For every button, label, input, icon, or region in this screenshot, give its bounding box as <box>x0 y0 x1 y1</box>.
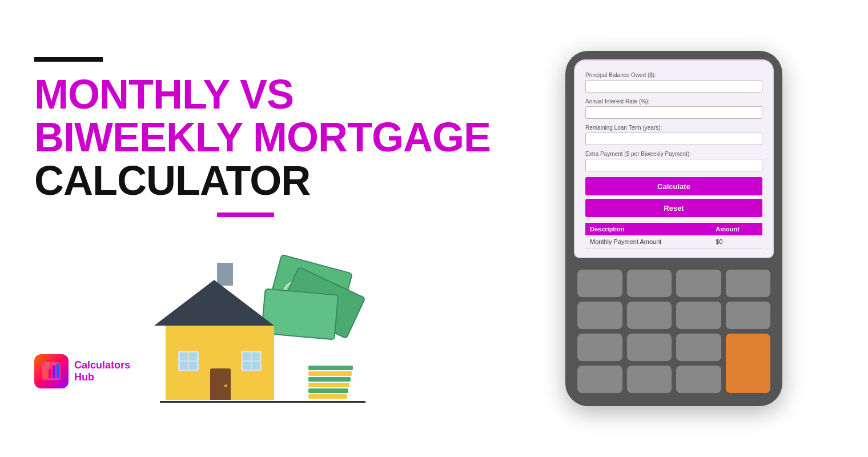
device-screen: Principal Balance Owed ($): Annual Inter… <box>574 59 774 258</box>
key-11[interactable] <box>676 334 721 361</box>
key-2[interactable] <box>627 270 672 297</box>
house-roof <box>154 280 274 326</box>
form-group-extra: Extra Payment ($ per Biweekly Payment): <box>585 151 762 171</box>
title-line2: BIWEEKLY MORTGAGE <box>34 116 491 159</box>
field3-label: Remaining Loan Term (years): <box>585 125 762 131</box>
form-group-principal: Principal Balance Owed ($): <box>585 72 762 93</box>
key-13[interactable] <box>627 366 672 393</box>
result-row1-amount: $0 <box>711 235 762 248</box>
main-container: MONTHLY VS BIWEEKLY MORTGAGE CALCULATOR … <box>0 0 868 457</box>
left-side: MONTHLY VS BIWEEKLY MORTGAGE CALCULATOR … <box>34 57 514 400</box>
col2-header: Amount <box>711 223 762 235</box>
form-group-interest: Annual Interest Rate (%): <box>585 98 762 119</box>
svg-rect-4 <box>57 363 59 378</box>
svg-rect-1 <box>45 372 47 378</box>
keypad <box>574 265 774 398</box>
mid-accent-bar <box>217 213 274 217</box>
field4-input[interactable] <box>585 159 762 171</box>
col1-header: Description <box>585 223 711 235</box>
key-8[interactable] <box>726 302 771 329</box>
key-10[interactable] <box>627 334 672 361</box>
svg-rect-2 <box>49 369 51 378</box>
door <box>210 368 231 400</box>
key-14[interactable] <box>676 366 721 393</box>
key-3[interactable] <box>676 270 721 297</box>
window-right <box>241 351 262 371</box>
field1-input[interactable] <box>585 80 762 93</box>
field2-label: Annual Interest Rate (%): <box>585 98 762 105</box>
logo-text: Calculators Hub <box>74 359 130 383</box>
field2-input[interactable] <box>585 106 762 119</box>
right-side: Principal Balance Owed ($): Annual Inter… <box>514 51 834 406</box>
field4-label: Extra Payment ($ per Biweekly Payment): <box>585 151 762 157</box>
logo-name-bottom: Hub <box>74 371 130 383</box>
svg-rect-3 <box>53 366 55 378</box>
form-group-term: Remaining Loan Term (years): <box>585 125 762 145</box>
key-4[interactable] <box>726 270 771 297</box>
reset-button[interactable]: Reset <box>585 199 762 217</box>
logo-icon <box>34 354 69 388</box>
key-9[interactable] <box>577 334 622 361</box>
key-orange-tall[interactable] <box>726 334 771 393</box>
main-title: MONTHLY VS BIWEEKLY MORTGAGE CALCULATOR <box>34 73 491 203</box>
key-5[interactable] <box>577 302 622 329</box>
title-line1: MONTHLY VS <box>34 73 491 117</box>
title-line3: CALCULATOR <box>34 159 491 203</box>
results-table: Description Amount Monthly Payment Amoun… <box>585 223 762 248</box>
house-scene: $ $ <box>160 251 365 400</box>
key-1[interactable] <box>577 270 622 297</box>
top-accent-bar <box>34 57 103 62</box>
door-knob <box>224 384 227 387</box>
calculate-button[interactable]: Calculate <box>585 177 762 195</box>
field3-input[interactable] <box>585 133 762 145</box>
key-6[interactable] <box>627 302 672 329</box>
key-7[interactable] <box>676 302 721 329</box>
window-left <box>178 351 199 371</box>
result-row1-description: Monthly Payment Amount <box>585 235 711 248</box>
house-body <box>166 326 274 400</box>
result-row-1: Monthly Payment Amount $0 <box>585 235 762 248</box>
logo-name-top: Calculators <box>74 359 130 371</box>
key-12[interactable] <box>577 366 622 393</box>
calculator-device: Principal Balance Owed ($): Annual Inter… <box>565 51 782 406</box>
bill-stack <box>308 366 354 400</box>
field1-label: Principal Balance Owed ($): <box>585 72 762 78</box>
logo-area: Calculators Hub <box>34 354 130 388</box>
ground-line <box>160 401 365 403</box>
